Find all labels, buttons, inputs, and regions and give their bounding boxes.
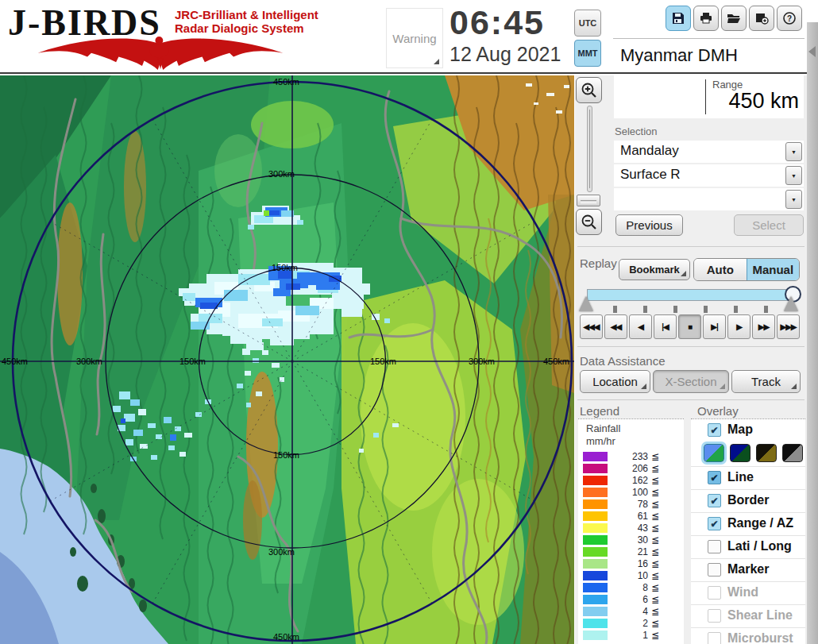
chevron-down-icon: ▼	[791, 197, 797, 202]
map-checkbox[interactable]: ✔	[708, 423, 721, 437]
step-forward-button[interactable]: ▶|	[703, 314, 726, 339]
slider-end-marker[interactable]	[784, 296, 798, 311]
legend-color-swatch	[583, 476, 608, 485]
legend-color-swatch	[583, 559, 608, 569]
help-button[interactable]: ?	[777, 6, 802, 31]
overlay-item-label: Map	[727, 422, 753, 437]
rain-echo-cell	[392, 423, 399, 427]
legend-value: 61	[613, 511, 648, 522]
save-button[interactable]	[666, 6, 691, 31]
legend-value: 30	[613, 534, 648, 546]
rewind-fast-button[interactable]: ◀◀◀	[580, 314, 603, 339]
lati-long-checkbox[interactable]	[708, 540, 721, 553]
stop-button[interactable]: ■	[678, 314, 701, 339]
select-label: Select	[752, 218, 785, 232]
site-dropdown[interactable]: Mandalay ▼	[614, 141, 804, 163]
option-dropdown-button[interactable]: ▼	[785, 190, 802, 209]
utc-button[interactable]: UTC	[574, 10, 601, 37]
clock-time: 06:45	[450, 3, 545, 42]
product-dropdown[interactable]: Surface R ▼	[614, 164, 804, 187]
step-back-button[interactable]: |◀	[654, 314, 677, 339]
line-checkbox[interactable]: ✔	[708, 471, 721, 484]
forward-fast-icon: ▶▶▶	[780, 322, 796, 331]
overlay-item-label: Border	[727, 493, 769, 507]
location-button[interactable]: Location	[580, 370, 650, 393]
play-button[interactable]: ▶	[727, 314, 750, 339]
legend-row: 10≦	[578, 570, 684, 582]
overlay-row-shear-line: Shear Line	[691, 604, 805, 627]
legend-value: 78	[613, 499, 648, 510]
open-folder-button[interactable]	[721, 6, 747, 31]
legend-value: 8	[613, 582, 648, 593]
forward-button[interactable]: ▶▶	[752, 314, 775, 339]
panel-collapse-strip[interactable]	[807, 22, 818, 644]
play-back-button[interactable]: ◀	[629, 314, 652, 339]
map-style-swatch-4[interactable]	[782, 444, 803, 462]
legend-color-swatch	[583, 523, 608, 533]
range-ring-label: 450km	[2, 357, 28, 366]
mmt-button[interactable]: MMT	[574, 40, 601, 67]
header: J-BIRDS JRC-Brilliant & Intelligent Rada…	[0, 0, 818, 74]
legend-row: 4≦	[578, 606, 684, 618]
warning-button[interactable]: Warning	[386, 8, 443, 68]
border-checkbox[interactable]: ✔	[708, 494, 721, 507]
legend-color-swatch	[583, 499, 608, 509]
x-section-button[interactable]: X-Section	[653, 370, 729, 393]
rewind-button[interactable]: ◀◀	[604, 314, 627, 339]
station-name-field[interactable]: Myanmar DMH	[613, 40, 804, 71]
overlay-item-label: Range / AZ	[727, 516, 793, 530]
rain-echo-cell	[341, 307, 362, 317]
forward-fast-button[interactable]: ▶▶▶	[777, 314, 800, 339]
range-ring-label: 150km	[370, 357, 396, 366]
slider-start-marker[interactable]	[579, 296, 593, 311]
bookmark-label: Bookmark	[629, 264, 680, 276]
add-image-button[interactable]	[749, 6, 774, 31]
overlay-item-label: Line	[727, 470, 754, 484]
collapse-arrow-icon	[808, 46, 816, 57]
station-separator	[613, 38, 804, 39]
marker-checkbox[interactable]	[708, 563, 721, 577]
rain-echo-cell	[151, 455, 157, 460]
range-az-checkbox[interactable]: ✔	[708, 517, 721, 530]
rain-echo-cell	[124, 414, 135, 422]
previous-button[interactable]: Previous	[615, 214, 683, 236]
less-equal-icon: ≦	[651, 487, 659, 498]
radar-map[interactable]: 450km300km150km150km300km450km450km300km…	[0, 75, 574, 644]
zoom-slider-thumb[interactable]	[577, 195, 600, 206]
option-dropdown[interactable]: ▼	[614, 188, 804, 210]
range-ring-label: 450km	[543, 357, 569, 366]
rain-echo-cell	[295, 306, 319, 315]
overlay-row-map: ✔Map	[691, 419, 805, 442]
legend-row: 78≦	[578, 499, 684, 511]
time-slider-track[interactable]	[587, 289, 798, 301]
rain-echo-cell	[248, 225, 254, 229]
zoom-slider-track[interactable]	[587, 106, 592, 192]
zoom-in-button[interactable]	[576, 77, 602, 103]
range-divider	[705, 79, 706, 114]
product-dropdown-button[interactable]: ▼	[785, 166, 802, 185]
rain-echo-cell	[170, 434, 176, 441]
legend-color-swatch	[583, 452, 608, 461]
map-style-swatch-3[interactable]	[756, 444, 777, 462]
rain-echo-cell	[286, 283, 300, 290]
manual-button[interactable]: Manual	[747, 259, 800, 280]
track-button[interactable]: Track	[731, 370, 801, 393]
print-button[interactable]	[693, 6, 719, 31]
legend-value: 100	[613, 487, 648, 498]
bookmark-button[interactable]: Bookmark	[619, 259, 690, 280]
site-dropdown-button[interactable]: ▼	[785, 142, 802, 161]
rain-echo-cell	[356, 283, 370, 295]
legend-row: 8≦	[578, 582, 684, 594]
auto-button[interactable]: Auto	[694, 259, 747, 280]
legend-color-swatch	[583, 595, 608, 604]
map-style-swatch-2[interactable]	[730, 444, 750, 462]
less-equal-icon: ≦	[651, 594, 659, 605]
svg-text:?: ?	[787, 14, 792, 23]
map-style-swatch-1[interactable]	[704, 444, 724, 462]
legend-value: 16	[613, 558, 648, 569]
select-button[interactable]: Select	[734, 214, 804, 236]
legend-row: 2≦	[578, 618, 684, 630]
zoom-out-button[interactable]	[576, 209, 602, 235]
legend-units: mm/hr	[586, 435, 615, 447]
da-button-label: Track	[751, 375, 781, 388]
